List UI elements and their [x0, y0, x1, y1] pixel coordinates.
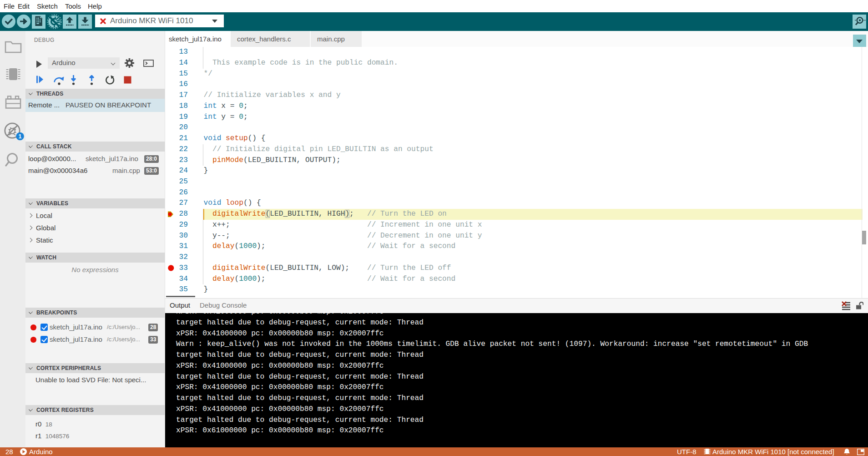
svg-text:1: 1	[19, 133, 22, 140]
